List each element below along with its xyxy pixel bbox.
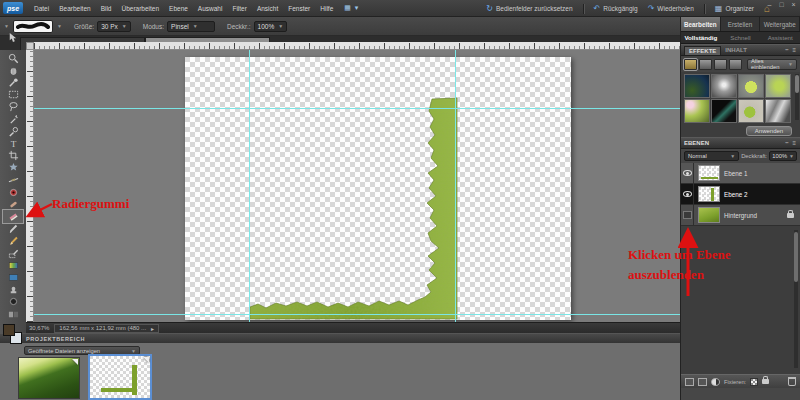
marquee-tool[interactable] (3, 89, 23, 101)
canvas[interactable] (185, 57, 571, 320)
size-dropdown[interactable]: 30 Px▼ (97, 21, 131, 32)
menu-ebene[interactable]: Ebene (164, 5, 193, 12)
menu-bearbeiten[interactable]: Bearbeiten (54, 5, 95, 12)
effect-thumbnail[interactable] (765, 99, 791, 123)
tool-preset-arrow[interactable]: ▼ (4, 23, 9, 29)
visibility-toggle-empty[interactable] (681, 205, 694, 225)
menu-bild[interactable]: Bild (96, 5, 117, 12)
effect-thumbnail[interactable] (684, 74, 710, 98)
organizer-button[interactable]: ▦Organizer (715, 4, 754, 13)
show-all-icon[interactable] (729, 59, 742, 70)
layer-thumbnail[interactable] (698, 207, 720, 223)
layer-row-hintergrund[interactable]: Hintergrund (681, 205, 800, 226)
trash-icon[interactable] (788, 377, 796, 386)
quick-selection-tool[interactable] (3, 125, 23, 137)
workspace-icon[interactable]: ▦ ▾ (344, 4, 359, 12)
gradient-tool[interactable] (3, 259, 23, 271)
layer-row-ebene-1[interactable]: Ebene 1 (681, 163, 800, 184)
menu-datei[interactable]: Datei (29, 5, 54, 12)
tab-inhalt[interactable]: INHALT (721, 46, 751, 54)
layer-name[interactable]: Hintergrund (724, 212, 757, 219)
layer-thumbnail[interactable] (698, 186, 720, 202)
panel-collapse-icon[interactable]: − ≡ (785, 47, 797, 53)
tab-bearbeiten[interactable]: Bearbeiten (681, 17, 721, 31)
lock-transparency-icon[interactable] (750, 378, 758, 386)
bin-thumbnail-grass-photo[interactable] (18, 357, 80, 399)
brush-picker-arrow[interactable]: ▼ (57, 23, 62, 29)
layer-row-ebene-2-selected[interactable]: Ebene 2 (681, 184, 800, 205)
crop-tool[interactable] (3, 150, 23, 162)
opacity-dropdown[interactable]: 100%▼ (254, 21, 288, 32)
close-button[interactable]: × (789, 1, 798, 8)
dodge-burn-tools[interactable] (3, 308, 23, 320)
redo-button[interactable]: ↷Wiederholen (648, 4, 694, 13)
menu-ueberarbeiten[interactable]: Überarbeiten (116, 5, 164, 12)
minimize-button[interactable]: – (765, 1, 774, 8)
layer-name[interactable]: Ebene 2 (724, 191, 747, 198)
effects-show-dropdown[interactable]: Alles einblenden▼ (747, 59, 797, 70)
layer-thumbnail[interactable] (698, 165, 720, 181)
zoom-level[interactable]: 30,67% (29, 325, 49, 331)
adjustment-layer-icon[interactable] (711, 378, 720, 386)
layer-opacity-dropdown[interactable]: 100%▼ (769, 151, 797, 161)
tab-erstellen[interactable]: Erstellen (721, 17, 761, 31)
apply-button[interactable]: Anwenden (746, 126, 792, 136)
effect-thumbnail[interactable] (711, 99, 737, 123)
project-bin-header[interactable]: PROJEKTBEREICH (0, 333, 680, 343)
status-expander-icon[interactable]: ▸ (151, 325, 154, 332)
effect-thumbnail[interactable] (684, 99, 710, 123)
straighten-tool[interactable] (3, 174, 23, 186)
layers-scrollbar[interactable] (794, 230, 798, 368)
layer-styles-icon[interactable] (699, 59, 712, 70)
effect-thumbnail[interactable] (738, 74, 764, 98)
bin-thumbnail-current-document[interactable] (88, 354, 152, 400)
photo-effects-icon[interactable] (714, 59, 727, 70)
menu-fenster[interactable]: Fenster (283, 5, 315, 12)
text-tool[interactable]: T (3, 137, 23, 149)
lock-all-icon[interactable] (762, 379, 769, 384)
paint-bucket-tool[interactable] (3, 271, 23, 283)
restore-button[interactable]: □ (777, 1, 786, 8)
cookie-cutter-tool[interactable] (3, 162, 23, 174)
filters-icon[interactable] (684, 59, 697, 70)
effect-thumbnail[interactable] (711, 74, 737, 98)
mode-assistent[interactable]: Assistent (760, 32, 800, 43)
brush-tool[interactable] (3, 223, 23, 235)
menu-ansicht[interactable]: Ansicht (252, 5, 283, 12)
red-eye-tool[interactable] (3, 186, 23, 198)
undo-button[interactable]: ↶Rückgängig (594, 4, 638, 13)
lasso-tool[interactable] (3, 101, 23, 113)
healing-brush-tool[interactable] (3, 198, 23, 210)
eyedropper-tool[interactable] (3, 76, 23, 88)
pasteboard[interactable] (34, 50, 680, 322)
blend-mode-dropdown[interactable]: Normal▼ (684, 151, 739, 161)
menu-filter[interactable]: Filter (227, 5, 251, 12)
clone-stamp-tool[interactable] (3, 284, 23, 296)
reset-panels-button[interactable]: ↻Bedienfelder zurücksetzen (486, 4, 572, 13)
smart-brush-tool[interactable] (3, 247, 23, 259)
menu-hilfe[interactable]: Hilfe (315, 5, 338, 12)
zoom-tool[interactable] (3, 52, 23, 64)
effect-thumbnail[interactable] (765, 74, 791, 98)
visibility-toggle[interactable] (681, 184, 694, 204)
menu-auswahl[interactable]: Auswahl (193, 5, 228, 12)
foreground-color-swatch[interactable] (3, 324, 15, 336)
document-dimensions[interactable]: 162,56 mm x 121,92 mm (480 ... ▸ (54, 324, 159, 333)
hand-tool[interactable] (3, 64, 23, 76)
mode-vollstaendig[interactable]: Vollständig (681, 32, 721, 43)
tab-effekte[interactable]: EFFEKTE (684, 46, 721, 55)
effects-scrollbar[interactable] (795, 74, 799, 120)
eraser-tool[interactable] (3, 210, 23, 222)
tab-weitergabe[interactable]: Weitergabe (760, 17, 800, 31)
mode-schnell[interactable]: Schnell (721, 32, 761, 43)
new-layer-icon[interactable] (685, 378, 694, 386)
delete-layer-icon[interactable] (698, 378, 707, 386)
magic-wand-tool[interactable] (3, 113, 23, 125)
layer-name[interactable]: Ebene 1 (724, 170, 747, 177)
mode-dropdown[interactable]: Pinsel▼ (167, 21, 215, 32)
pencil-tool[interactable] (3, 235, 23, 247)
sponge-tool[interactable] (3, 296, 23, 308)
move-tool[interactable] (3, 30, 21, 44)
visibility-toggle[interactable] (681, 163, 694, 183)
effect-thumbnail[interactable] (738, 99, 764, 123)
